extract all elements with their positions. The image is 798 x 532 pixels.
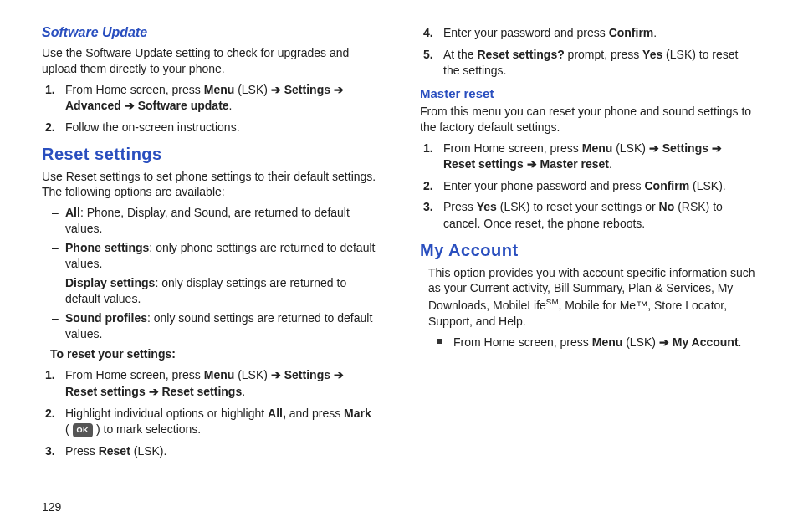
text: Press bbox=[65, 444, 99, 458]
text: . bbox=[739, 335, 742, 349]
software-update-intro: Use the Software Update setting to check… bbox=[42, 45, 378, 77]
list-item: 1. From Home screen, press Menu (LSK) ➔ … bbox=[65, 367, 378, 400]
page-number: 129 bbox=[42, 500, 61, 514]
text: prompt, press bbox=[565, 48, 642, 61]
arrow-icon: ➔ bbox=[334, 368, 344, 381]
arrow-icon: ➔ bbox=[125, 99, 135, 112]
arrow-icon: ➔ bbox=[649, 141, 659, 155]
arrow-icon: ➔ bbox=[271, 368, 281, 381]
text: and press bbox=[286, 407, 344, 420]
arrow-icon: ➔ bbox=[271, 83, 281, 96]
text-bold: Reset bbox=[99, 444, 130, 458]
text: Enter your password and press bbox=[443, 26, 609, 39]
text-bold: No bbox=[659, 200, 675, 213]
arrow-icon: ➔ bbox=[712, 141, 722, 155]
text-bold: Sound profiles bbox=[65, 311, 147, 325]
text: (LSK) to reset your settings or bbox=[497, 200, 659, 213]
text: (LSK) bbox=[622, 335, 659, 349]
text: From Home screen, press bbox=[453, 335, 592, 349]
list-item: Phone settings: only phone settings are … bbox=[65, 240, 378, 272]
text-bold: Settings bbox=[281, 83, 334, 96]
reset-options-list: All: Phone, Display, and Sound, are retu… bbox=[42, 205, 378, 341]
text-bold: Reset settings bbox=[159, 385, 243, 398]
text: At the bbox=[443, 48, 477, 61]
text: . bbox=[653, 26, 657, 39]
text: From Home screen, press bbox=[65, 83, 204, 96]
text-bold: Reset settings? bbox=[477, 48, 564, 61]
text: Enter your phone password and press bbox=[443, 179, 644, 192]
text-bold: All bbox=[65, 206, 80, 219]
list-item: From Home screen, press Menu (LSK) ➔ My … bbox=[453, 335, 756, 351]
text: Highlight individual options or highligh… bbox=[65, 407, 268, 420]
list-item: 2. Highlight individual options or highl… bbox=[65, 406, 378, 438]
text-bold: My Account bbox=[669, 335, 739, 349]
text: : Phone, Display, and Sound, are returne… bbox=[65, 206, 350, 235]
list-item: 2. Enter your phone password and press C… bbox=[443, 178, 756, 195]
heading-master-reset: Master reset bbox=[420, 86, 756, 100]
superscript-sm: SM bbox=[546, 297, 559, 306]
reset-steps: 1. From Home screen, press Menu (LSK) ➔ … bbox=[42, 367, 378, 459]
heading-my-account: My Account bbox=[420, 241, 756, 260]
master-reset-intro: From this menu you can reset your phone … bbox=[420, 104, 756, 136]
arrow-icon: ➔ bbox=[659, 335, 669, 349]
text: . bbox=[609, 157, 612, 171]
text: (LSK). bbox=[689, 179, 726, 192]
text: Follow the on-screen instructions. bbox=[65, 120, 240, 134]
software-update-steps: 1. From Home screen, press Menu (LSK) ➔ … bbox=[42, 82, 378, 136]
text-bold: Reset settings bbox=[443, 157, 527, 171]
text-bold: Confirm bbox=[609, 26, 654, 39]
text-bold: Settings bbox=[659, 141, 712, 155]
text-bold: Yes bbox=[477, 200, 497, 213]
list-item: All: Phone, Display, and Sound, are retu… bbox=[65, 205, 378, 237]
heading-reset-settings: Reset settings bbox=[42, 145, 378, 164]
text-bold: Display settings bbox=[65, 276, 155, 289]
text-bold: All, bbox=[268, 407, 286, 420]
text-bold: Mark bbox=[344, 407, 371, 420]
arrow-icon: ➔ bbox=[527, 157, 537, 171]
list-item: Display settings: only display settings … bbox=[65, 275, 378, 307]
text-bold: Menu bbox=[582, 141, 613, 155]
reset-settings-intro: Use Reset settings to set phone settings… bbox=[42, 169, 378, 201]
text: From Home screen, press bbox=[443, 141, 582, 155]
heading-software-update: Software Update bbox=[42, 25, 378, 40]
text-bold: Confirm bbox=[644, 179, 689, 192]
text-bold: Advanced bbox=[65, 99, 125, 112]
text: ) to mark selections. bbox=[93, 422, 201, 436]
text-bold: Reset settings bbox=[65, 385, 149, 398]
master-reset-steps: 1. From Home screen, press Menu (LSK) ➔ … bbox=[420, 141, 756, 233]
right-column: 4. Enter your password and press Confirm… bbox=[420, 25, 756, 464]
list-item: Sound profiles: only sound settings are … bbox=[65, 310, 378, 342]
text: (LSK). bbox=[130, 444, 167, 458]
list-item: 4. Enter your password and press Confirm… bbox=[443, 25, 756, 42]
text: (LSK) bbox=[234, 368, 271, 381]
text-bold: Menu bbox=[204, 368, 235, 381]
text-bold: Menu bbox=[204, 83, 235, 96]
text: . bbox=[229, 99, 233, 112]
arrow-icon: ➔ bbox=[149, 385, 159, 398]
text: (LSK) bbox=[234, 83, 271, 96]
list-item: 1. From Home screen, press Menu (LSK) ➔ … bbox=[443, 141, 756, 173]
text: (LSK) bbox=[612, 141, 649, 155]
list-item: 1. From Home screen, press Menu (LSK) ➔ … bbox=[65, 82, 378, 115]
list-item: 3. Press Reset (LSK). bbox=[65, 443, 378, 460]
text-bold: Settings bbox=[281, 368, 334, 381]
text-bold: Yes bbox=[642, 48, 662, 61]
list-item: 3. Press Yes (LSK) to reset your setting… bbox=[443, 199, 756, 232]
list-item: 2. Follow the on-screen instructions. bbox=[65, 120, 378, 136]
reset-steps-continued: 4. Enter your password and press Confirm… bbox=[420, 25, 756, 79]
text: . bbox=[242, 385, 245, 398]
my-account-step: From Home screen, press Menu (LSK) ➔ My … bbox=[420, 335, 756, 351]
text: ( bbox=[65, 422, 73, 436]
list-item: 5. At the Reset settings? prompt, press … bbox=[443, 47, 756, 79]
reset-subhead: To reset your settings: bbox=[50, 346, 378, 362]
ok-key-icon: OK bbox=[73, 423, 94, 437]
text: Press bbox=[443, 200, 477, 213]
text-bold: Master reset bbox=[537, 157, 609, 171]
my-account-intro: This option provides you with account sp… bbox=[420, 265, 756, 330]
page-columns: Software Update Use the Software Update … bbox=[42, 25, 756, 464]
text-bold: Phone settings bbox=[65, 241, 149, 254]
arrow-icon: ➔ bbox=[334, 83, 344, 96]
left-column: Software Update Use the Software Update … bbox=[42, 25, 378, 464]
text: From Home screen, press bbox=[65, 368, 204, 381]
text-bold: Software update bbox=[135, 99, 229, 112]
